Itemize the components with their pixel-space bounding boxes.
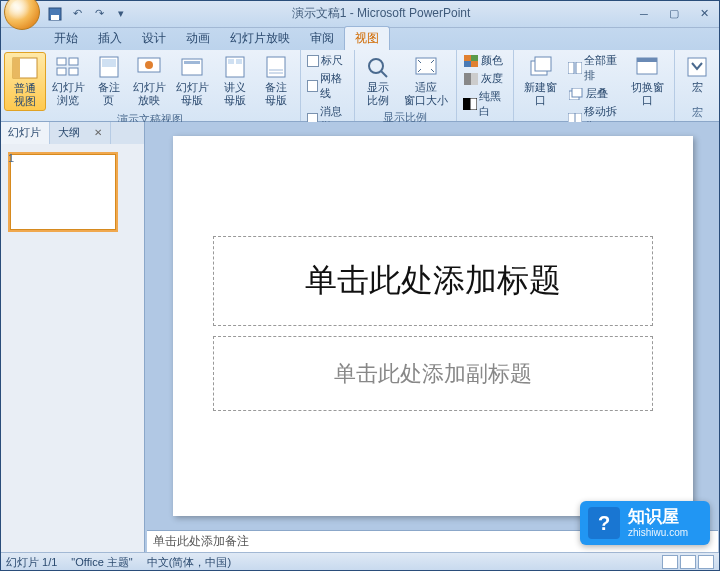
handout-master-button[interactable]: 讲义母版: [215, 52, 255, 109]
svg-rect-15: [228, 59, 234, 64]
grayscale-button[interactable]: 灰度: [461, 70, 509, 87]
gridlines-checkbox[interactable]: 网格线: [305, 70, 350, 102]
svg-rect-6: [57, 68, 66, 75]
slide: 单击此处添加标题 单击此处添加副标题: [173, 136, 693, 516]
cascade-icon: [568, 87, 584, 101]
tab-animations[interactable]: 动画: [176, 27, 220, 50]
svg-rect-28: [463, 98, 470, 110]
checkbox-icon: [307, 80, 318, 92]
tab-design[interactable]: 设计: [132, 27, 176, 50]
svg-rect-5: [69, 58, 78, 65]
arrange-icon: [568, 61, 582, 75]
slide-thumbnail[interactable]: [8, 152, 118, 232]
tab-view[interactable]: 视图: [344, 26, 390, 50]
maximize-button[interactable]: ▢: [662, 6, 686, 22]
tab-slideshow[interactable]: 幻灯片放映: [220, 27, 300, 50]
new-window-icon: [527, 54, 555, 80]
sorter-view-icon[interactable]: [680, 555, 696, 569]
watermark-badge: ? 知识屋 zhishiwu.com: [580, 501, 710, 545]
fit-window-icon: [412, 54, 440, 80]
slide-canvas[interactable]: 单击此处添加标题 单击此处添加副标题: [145, 122, 720, 530]
notes-master-button[interactable]: 备注母版: [257, 52, 297, 109]
svg-rect-3: [13, 58, 20, 78]
svg-rect-4: [57, 58, 66, 65]
svg-point-20: [369, 59, 383, 73]
macros-button[interactable]: 宏: [679, 52, 715, 96]
qat-dropdown-icon[interactable]: ▾: [112, 5, 130, 23]
svg-rect-35: [572, 88, 582, 97]
svg-rect-29: [470, 98, 477, 110]
close-pane-icon[interactable]: ✕: [94, 127, 102, 138]
close-button[interactable]: ✕: [692, 6, 716, 22]
svg-rect-13: [184, 61, 200, 64]
bw-icon: [463, 97, 477, 111]
svg-rect-24: [471, 55, 478, 61]
slides-tab[interactable]: 幻灯片: [0, 122, 50, 144]
slide-master-button[interactable]: 幻灯片 母版: [172, 52, 213, 109]
svg-rect-32: [568, 62, 574, 74]
question-icon: ?: [588, 507, 620, 539]
color-icon: [463, 54, 479, 68]
normal-view-icon: [11, 55, 39, 81]
fit-window-button[interactable]: 适应 窗口大小: [400, 52, 452, 109]
outline-tab[interactable]: 大纲✕: [50, 122, 111, 144]
normal-view-button[interactable]: 普通视图: [4, 52, 46, 111]
macros-icon: [683, 54, 711, 80]
slide-sorter-button[interactable]: 幻灯片 浏览: [48, 52, 89, 109]
title-placeholder[interactable]: 单击此处添加标题: [213, 236, 653, 326]
theme-name: "Office 主题": [71, 555, 132, 570]
checkbox-icon: [307, 55, 319, 67]
switch-window-icon: [633, 54, 661, 80]
save-icon[interactable]: [46, 5, 64, 23]
slide-number: 1: [8, 152, 14, 164]
tab-review[interactable]: 审阅: [300, 27, 344, 50]
blackwhite-button[interactable]: 纯黑白: [461, 88, 509, 120]
svg-rect-31: [535, 57, 551, 71]
notes-page-icon: [95, 54, 123, 80]
svg-rect-40: [688, 58, 706, 76]
color-button[interactable]: 颜色: [461, 52, 509, 69]
arrange-all-button[interactable]: 全部重排: [566, 52, 623, 84]
ribbon-tabs: 开始 插入 设计 动画 幻灯片放映 审阅 视图: [0, 28, 720, 50]
undo-icon[interactable]: ↶: [68, 5, 86, 23]
notes-page-button[interactable]: 备注页: [91, 52, 127, 109]
subtitle-placeholder[interactable]: 单击此处添加副标题: [213, 336, 653, 411]
window-title: 演示文稿1 - Microsoft PowerPoint: [130, 5, 632, 22]
svg-rect-17: [267, 57, 285, 77]
handout-master-icon: [221, 54, 249, 80]
redo-icon[interactable]: ↷: [90, 5, 108, 23]
status-bar: 幻灯片 1/1 "Office 主题" 中文(简体，中国): [0, 552, 720, 571]
slide-count: 幻灯片 1/1: [6, 555, 57, 570]
svg-rect-39: [637, 58, 657, 62]
zoom-button[interactable]: 显示比例: [359, 52, 398, 109]
normal-view-icon[interactable]: [662, 555, 678, 569]
slideshow-button[interactable]: 幻灯片 放映: [129, 52, 170, 109]
language: 中文(简体，中国): [147, 555, 231, 570]
zoom-icon: [364, 54, 392, 80]
badge-url: zhishiwu.com: [628, 527, 688, 538]
switch-window-button[interactable]: 切换窗口: [624, 52, 670, 109]
svg-line-21: [381, 71, 387, 77]
slideshow-view-icon[interactable]: [698, 555, 714, 569]
sorter-icon: [54, 54, 82, 80]
badge-title: 知识屋: [628, 508, 688, 527]
svg-rect-7: [69, 68, 78, 75]
svg-rect-27: [471, 73, 478, 85]
svg-rect-9: [102, 59, 116, 67]
ruler-checkbox[interactable]: 标尺: [305, 52, 350, 69]
notes-master-icon: [262, 54, 290, 80]
group-label-macros: 宏: [679, 104, 715, 121]
ribbon: 普通视图 幻灯片 浏览 备注页 幻灯片 放映 幻灯片 母版 讲义母版 备注母版 …: [0, 50, 720, 122]
svg-point-11: [145, 61, 153, 69]
grayscale-icon: [463, 72, 479, 86]
office-button[interactable]: [4, 0, 40, 30]
minimize-button[interactable]: ─: [632, 6, 656, 22]
slide-panel: 幻灯片 大纲✕ 1: [0, 122, 145, 552]
tab-home[interactable]: 开始: [44, 27, 88, 50]
cascade-button[interactable]: 层叠: [566, 85, 623, 102]
svg-rect-16: [236, 59, 242, 64]
svg-rect-1: [51, 15, 59, 20]
new-window-button[interactable]: 新建窗口: [518, 52, 564, 109]
svg-rect-25: [464, 61, 471, 67]
tab-insert[interactable]: 插入: [88, 27, 132, 50]
